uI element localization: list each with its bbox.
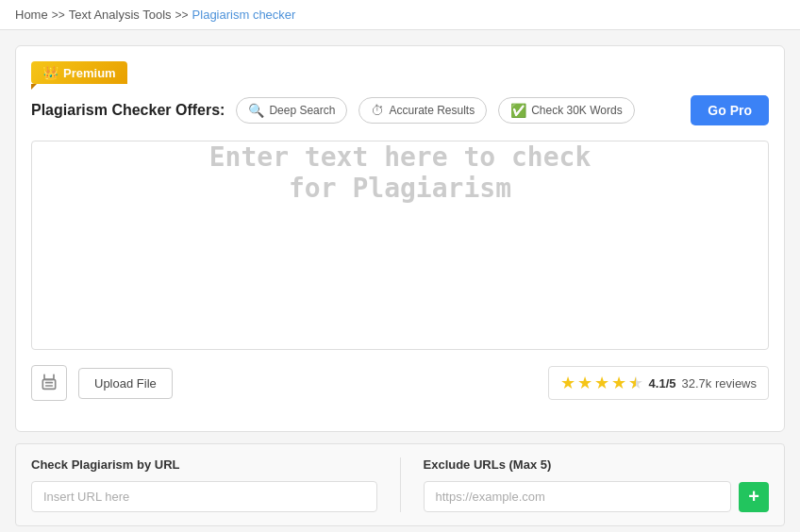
- url-section: Check Plagiarism by URL Exclude URLs (Ma…: [15, 443, 785, 526]
- review-count: 32.7k reviews: [682, 376, 757, 391]
- check-url-label: Check Plagiarism by URL: [31, 457, 377, 472]
- bottom-row: Upload File ★ ★ ★ ★ ★ ★ 4.1/5 32.7k revi…: [31, 365, 769, 401]
- main-card: 👑 Premium Plagiarism Checker Offers: 🔍 D…: [15, 45, 785, 432]
- svg-rect-0: [42, 379, 55, 389]
- premium-badge: 👑 Premium: [31, 61, 127, 84]
- breadcrumb: Home >> Text Analysis Tools >> Plagiaris…: [0, 0, 800, 30]
- upload-file-button[interactable]: Upload File: [78, 368, 173, 399]
- exclude-url-label: Exclude URLs (Max 5): [424, 457, 770, 472]
- paste-icon-button[interactable]: [31, 365, 67, 401]
- plagiarism-text-input[interactable]: [32, 141, 768, 349]
- check-url-input[interactable]: [31, 481, 377, 512]
- feature-badge-deep-search: 🔍 Deep Search: [236, 97, 347, 124]
- url-divider: [400, 457, 401, 512]
- star-1: ★: [560, 373, 575, 393]
- feature-badge-words: ✅ Check 30K Words: [498, 97, 635, 124]
- search-icon: 🔍: [248, 103, 264, 118]
- paste-icon: [40, 372, 58, 395]
- breadcrumb-home[interactable]: Home: [15, 8, 48, 22]
- add-url-button[interactable]: +: [739, 482, 769, 512]
- check-url-input-row: [31, 481, 377, 512]
- breadcrumb-sep1: >>: [52, 8, 65, 22]
- check-circle-icon: ✅: [510, 103, 526, 118]
- checker-title: Plagiarism Checker Offers:: [31, 102, 225, 119]
- main-container: 👑 Premium Plagiarism Checker Offers: 🔍 D…: [0, 30, 800, 532]
- exclude-url-input-row: +: [424, 481, 770, 512]
- text-input-area[interactable]: [31, 141, 769, 350]
- star-2: ★: [577, 373, 592, 393]
- premium-label: Premium: [63, 66, 116, 80]
- feature-accurate-label: Accurate Results: [389, 104, 475, 117]
- exclude-url-col: Exclude URLs (Max 5) +: [424, 457, 770, 512]
- rating-section: ★ ★ ★ ★ ★ ★ 4.1/5 32.7k reviews: [548, 366, 769, 400]
- star-4: ★: [611, 373, 626, 393]
- clock-icon: ⏱: [371, 103, 384, 118]
- breadcrumb-tools[interactable]: Text Analysis Tools: [69, 8, 172, 22]
- star-3: ★: [594, 373, 609, 393]
- feature-deep-search-label: Deep Search: [269, 104, 335, 117]
- feature-words-label: Check 30K Words: [531, 104, 623, 117]
- breadcrumb-sep2: >>: [175, 8, 189, 22]
- go-pro-button[interactable]: Go Pro: [691, 95, 769, 125]
- header-row: Plagiarism Checker Offers: 🔍 Deep Search…: [31, 95, 769, 125]
- exclude-url-input[interactable]: [424, 481, 732, 512]
- rating-value: 4.1/5: [649, 376, 676, 391]
- star-5: ★ ★: [628, 373, 643, 393]
- star-rating: ★ ★ ★ ★ ★ ★: [560, 373, 643, 393]
- check-url-col: Check Plagiarism by URL: [31, 457, 377, 512]
- breadcrumb-current[interactable]: Plagiarism checker: [192, 8, 296, 22]
- feature-badge-accurate: ⏱ Accurate Results: [358, 97, 487, 124]
- crown-icon: 👑: [42, 65, 58, 80]
